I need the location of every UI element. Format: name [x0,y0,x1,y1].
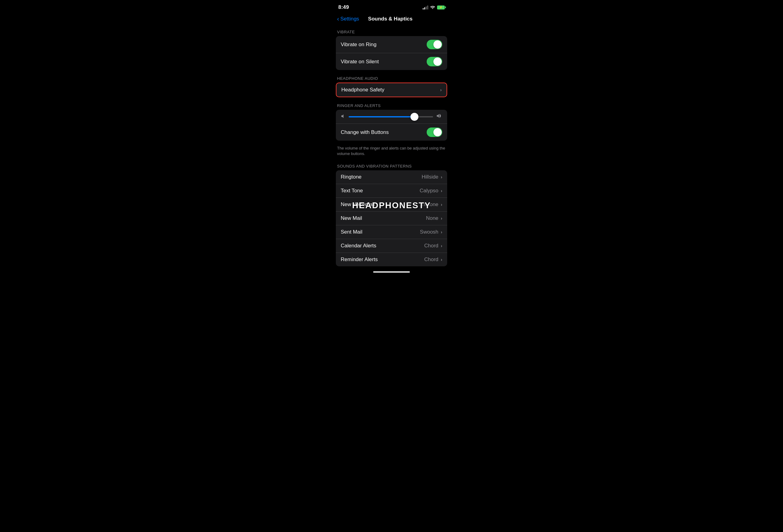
nav-bar: ‹ Settings Sounds & Haptics [331,13,452,26]
toggle-knob [433,128,442,136]
ringtone-label: Ringtone [341,174,362,180]
reminder-alerts-right: Chord › [424,257,442,263]
chevron-right-icon: › [441,216,442,221]
ringtone-value: Hillside [422,174,439,180]
sent-mail-value: Swoosh [420,229,438,235]
text-tone-row[interactable]: Text Tone Calypso › [336,184,447,198]
chevron-right-icon: › [441,230,442,234]
calendar-alerts-row[interactable]: Calendar Alerts Chord › [336,239,447,253]
back-label[interactable]: Settings [340,16,359,22]
vibrate-on-silent-label: Vibrate on Silent [341,59,379,65]
new-mail-row[interactable]: New Mail None › [336,211,447,225]
reminder-alerts-value: Chord [424,257,438,263]
vibrate-group: Vibrate on Ring Vibrate on Silent [336,36,447,70]
change-with-buttons-toggle[interactable] [427,128,442,137]
toggle-knob [433,58,442,66]
volume-slider-track[interactable] [349,116,433,118]
ringer-alerts-section-header: RINGER AND ALERTS [331,100,452,110]
volume-slider-fill [349,116,414,118]
reminder-alerts-label: Reminder Alerts [341,257,378,263]
vibrate-on-ring-row[interactable]: Vibrate on Ring [336,36,447,53]
home-indicator[interactable] [331,269,452,274]
vibrate-section-header: VIBRATE [331,26,452,36]
volume-low-icon [341,114,346,120]
sent-mail-right: Swoosh › [420,229,442,235]
ringtone-row[interactable]: Ringtone Hillside › [336,170,447,184]
sounds-vibration-group: Ringtone Hillside › Text Tone Calypso › … [336,170,447,266]
toggle-knob [433,40,442,48]
ringer-alerts-group: Change with Buttons [336,110,447,141]
vibrate-on-ring-toggle[interactable] [427,40,442,49]
ringtone-right: Hillside › [422,174,442,180]
new-mail-value: None [426,215,439,221]
change-with-buttons-label: Change with Buttons [341,129,389,135]
reminder-alerts-row[interactable]: Reminder Alerts Chord › [336,253,447,266]
chevron-right-icon: › [440,88,442,92]
home-bar [373,271,410,273]
status-time: 8:49 [338,4,349,10]
headphone-audio-group: Headphone Safety › [336,82,447,97]
volume-slider-thumb[interactable] [410,113,418,121]
headphone-audio-section-header: HEADPHONE AUDIO [331,72,452,82]
settings-content: VIBRATE Vibrate on Ring Vibrate on Silen… [331,26,452,266]
back-button[interactable]: ‹ Settings [337,15,359,22]
back-chevron-icon: ‹ [337,15,339,22]
text-tone-right: Calypso › [420,188,442,194]
chevron-right-icon: › [441,202,442,207]
headphone-safety-label: Headphone Safety [341,87,384,93]
status-icons: ⚡ [423,5,445,10]
vibrate-on-silent-toggle[interactable] [427,57,442,66]
volume-slider-row[interactable] [336,110,447,124]
chevron-right-icon: › [441,174,442,179]
chevron-right-icon: › [441,257,442,262]
page-title: Sounds & Haptics [368,16,412,22]
change-with-buttons-row[interactable]: Change with Buttons [336,124,447,141]
battery-icon: ⚡ [437,5,445,9]
sent-mail-row[interactable]: Sent Mail Swoosh › [336,225,447,239]
text-tone-label: Text Tone [341,188,363,194]
chevron-right-icon: › [441,188,442,193]
watermark: HEADPHONESTY [352,201,431,210]
vibrate-on-silent-row[interactable]: Vibrate on Silent [336,53,447,70]
calendar-alerts-label: Calendar Alerts [341,243,376,249]
chevron-right-icon: › [441,243,442,248]
calendar-alerts-right: Chord › [424,243,442,249]
volume-high-icon [436,113,442,120]
ringer-description: The volume of the ringer and alerts can … [331,143,452,160]
wifi-icon [430,5,435,10]
headphone-safety-right: › [440,88,442,92]
headphone-safety-row[interactable]: Headphone Safety › [337,83,446,97]
vibrate-on-ring-label: Vibrate on Ring [341,41,377,48]
sounds-vibration-section-header: SOUNDS AND VIBRATION PATTERNS [331,160,452,170]
signal-icon [423,5,428,9]
calendar-alerts-value: Chord [424,243,438,249]
status-bar: 8:49 ⚡ [331,0,452,13]
sent-mail-label: Sent Mail [341,229,363,235]
new-mail-right: None › [426,215,442,221]
text-tone-value: Calypso [420,188,438,194]
new-mail-label: New Mail [341,215,362,221]
